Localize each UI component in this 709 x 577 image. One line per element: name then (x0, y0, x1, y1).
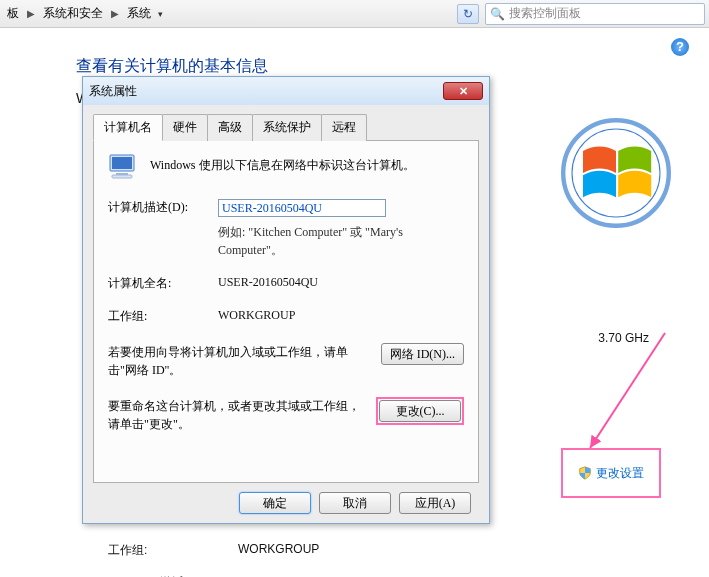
close-button[interactable]: ✕ (443, 82, 483, 100)
description-example: 例如: "Kitchen Computer" 或 "Mary's Compute… (218, 223, 464, 259)
workgroup-label: 工作组: (108, 542, 147, 559)
ok-button[interactable]: 确定 (239, 492, 311, 514)
chevron-right-icon: ▶ (108, 8, 122, 19)
windows-logo-icon (561, 118, 671, 228)
chevron-down-icon[interactable]: ▾ (156, 9, 165, 19)
computer-icon (108, 153, 140, 181)
cancel-button[interactable]: 取消 (319, 492, 391, 514)
apply-button[interactable]: 应用(A) (399, 492, 471, 514)
help-icon[interactable]: ? (671, 38, 689, 56)
page-title: 查看有关计算机的基本信息 (76, 56, 268, 77)
rename-text: 要重命名这台计算机，或者更改其域或工作组，请单击"更改"。 (108, 397, 366, 433)
tab-strip: 计算机名 硬件 高级 系统保护 远程 (93, 113, 479, 141)
shield-icon (578, 466, 592, 480)
workgroup-label: 工作组: (108, 308, 218, 325)
svg-rect-5 (112, 157, 132, 169)
breadcrumb-item[interactable]: 系统和安全 (40, 5, 106, 22)
dialog-titlebar[interactable]: 系统属性 ✕ (83, 77, 489, 105)
close-icon: ✕ (459, 85, 468, 98)
annotation-highlight: 更改(C)... (376, 397, 464, 425)
intro-text: Windows 使用以下信息在网络中标识这台计算机。 (150, 153, 415, 174)
dialog-title: 系统属性 (89, 83, 443, 100)
tab-system-protection[interactable]: 系统保护 (252, 114, 322, 141)
refresh-button[interactable]: ↻ (457, 4, 479, 24)
description-label: 计算机描述(D): (108, 199, 218, 216)
breadcrumb-item[interactable]: 系统 (124, 5, 154, 22)
network-id-text: 若要使用向导将计算机加入域或工作组，请单击"网络 ID"。 (108, 343, 371, 379)
system-properties-dialog: 系统属性 ✕ 计算机名 硬件 高级 系统保护 远程 (82, 76, 490, 524)
dialog-button-row: 确定 取消 应用(A) (93, 483, 479, 523)
fullname-value: USER-20160504QU (218, 275, 464, 290)
tab-computer-name[interactable]: 计算机名 (93, 114, 163, 141)
chevron-right-icon: ▶ (24, 8, 38, 19)
network-id-button[interactable]: 网络 ID(N)... (381, 343, 464, 365)
change-settings-label: 更改设置 (596, 465, 644, 482)
svg-rect-7 (112, 175, 132, 178)
fullname-label: 计算机全名: (108, 275, 218, 292)
search-input[interactable]: 🔍 搜索控制面板 (485, 3, 705, 25)
tab-page-computer-name: Windows 使用以下信息在网络中标识这台计算机。 计算机描述(D): 例如:… (93, 141, 479, 483)
annotation-highlight: 更改设置 (561, 448, 661, 498)
workgroup-value: WORKGROUP (218, 308, 464, 323)
description-input[interactable] (218, 199, 386, 217)
search-icon: 🔍 (490, 7, 505, 21)
svg-line-3 (590, 333, 665, 448)
tab-advanced[interactable]: 高级 (207, 114, 253, 141)
workgroup-value: WORKGROUP (238, 542, 319, 556)
cpu-speed-value: 3.70 GHz (598, 331, 649, 345)
search-placeholder: 搜索控制面板 (509, 5, 581, 22)
tab-hardware[interactable]: 硬件 (162, 114, 208, 141)
breadcrumb-item[interactable]: 板 (4, 5, 22, 22)
tab-remote[interactable]: 远程 (321, 114, 367, 141)
change-button[interactable]: 更改(C)... (379, 400, 461, 422)
breadcrumb-bar: 板 ▶ 系统和安全 ▶ 系统 ▾ ↻ 🔍 搜索控制面板 (0, 0, 709, 28)
change-settings-link[interactable]: 更改设置 (578, 465, 644, 482)
